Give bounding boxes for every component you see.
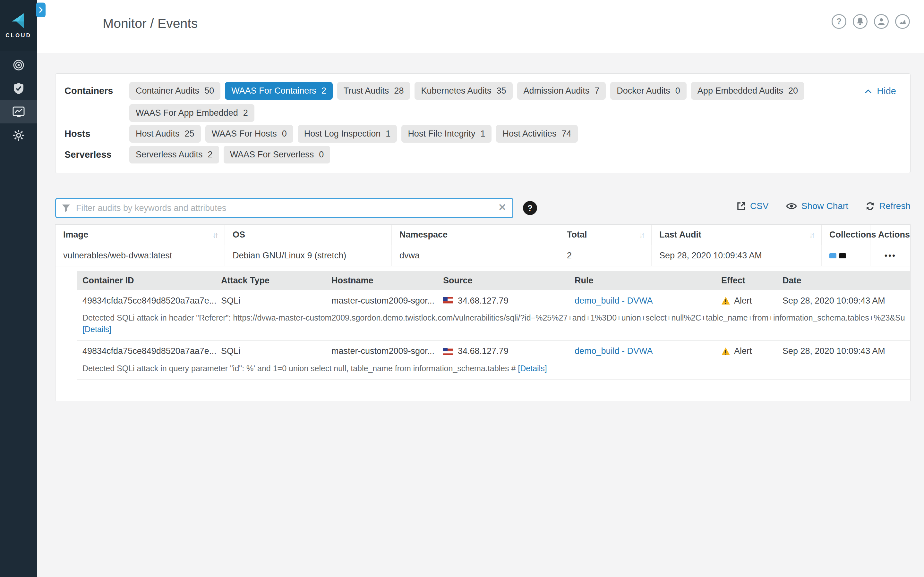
- chips-serverless: Serverless Audits2 WAAS For Serverless0: [129, 146, 330, 163]
- chip-host-activities[interactable]: Host Activities74: [496, 125, 577, 143]
- brand-logo[interactable]: CLOUD: [0, 0, 37, 51]
- sidebar-nav: [0, 51, 37, 147]
- help-button[interactable]: ?: [832, 14, 846, 29]
- event-details-link[interactable]: [Details]: [82, 325, 111, 334]
- alert-triangle-icon: [721, 347, 730, 356]
- event-attack-type: SQLi: [216, 346, 326, 356]
- toolbar-links: CSV Show Chart Refresh: [737, 201, 911, 211]
- topbar: Monitor / Events ?: [37, 0, 924, 53]
- group-label: Hosts: [65, 125, 129, 139]
- cell-image: vulnerables/web-dvwa:latest: [55, 245, 225, 266]
- prisma-cloud-logo-icon: [9, 13, 28, 29]
- sidebar-item-settings[interactable]: [0, 123, 37, 147]
- event-hostname: master-custom2009-sgor...: [326, 296, 438, 306]
- chip-admission-audits[interactable]: Admission Audits7: [517, 82, 606, 100]
- sort-icon[interactable]: ↓↑: [209, 230, 217, 239]
- audit-type-filters-panel: Hide Containers Container Audits50 WAAS …: [55, 73, 911, 173]
- subcolumn-attack-type: Attack Type: [216, 276, 326, 285]
- column-header-image[interactable]: Image↓↑: [55, 225, 225, 245]
- chip-host-audits[interactable]: Host Audits25: [129, 125, 201, 143]
- monitor-events-icon: [13, 106, 25, 117]
- column-header-collections: Collections: [822, 225, 871, 245]
- event-effect: Alert: [716, 296, 777, 306]
- event-container-id: 49834cfda75ce849d8520a7aa7e...: [78, 296, 216, 306]
- page-title: Monitor / Events: [103, 16, 198, 31]
- show-chart-button[interactable]: Show Chart: [786, 201, 848, 211]
- collection-chip-black: [839, 253, 846, 258]
- audit-table-row[interactable]: vulnerables/web-dvwa:latest Debian GNU/L…: [55, 245, 910, 266]
- csv-export-button[interactable]: CSV: [737, 201, 769, 211]
- event-attack-type: SQLi: [216, 296, 326, 306]
- subcolumn-hostname: Hostname: [326, 276, 438, 285]
- column-header-os[interactable]: OS: [225, 225, 392, 245]
- event-rule-link[interactable]: demo_build - DVWA: [575, 346, 653, 356]
- filter-funnel-icon: [61, 204, 71, 212]
- event-row[interactable]: 49834cfda75ce849d8520a7aa7e... SQLi mast…: [78, 290, 910, 311]
- subcolumn-rule: Rule: [569, 276, 716, 285]
- column-header-namespace[interactable]: Namespace: [392, 225, 559, 245]
- chip-container-audits[interactable]: Container Audits50: [129, 82, 220, 100]
- events-subtable-header: Container ID Attack Type Hostname Source…: [78, 271, 910, 290]
- chip-kubernetes-audits[interactable]: Kubernetes Audits35: [415, 82, 512, 100]
- column-header-actions: Actions: [871, 225, 910, 245]
- event-message: Detected SQLi attack in header "Referer"…: [78, 311, 910, 341]
- us-flag-icon: [443, 348, 453, 355]
- filter-group-containers: Containers Container Audits50 WAAS For C…: [65, 82, 897, 122]
- row-actions-menu-icon[interactable]: •••: [878, 251, 903, 261]
- filter-audits-input[interactable]: [55, 198, 513, 218]
- area-chart-icon: [899, 18, 906, 25]
- export-icon: [737, 201, 746, 211]
- refresh-icon: [866, 201, 875, 211]
- chips-hosts: Host Audits25 WAAS For Hosts0 Host Log I…: [129, 125, 578, 143]
- sort-icon[interactable]: ↓↑: [636, 230, 644, 239]
- group-label: Containers: [65, 82, 129, 96]
- event-source-ip: 34.68.127.79: [458, 346, 509, 356]
- chip-waas-for-serverless[interactable]: WAAS For Serverless0: [224, 146, 330, 163]
- radar-icon: [13, 59, 25, 71]
- chip-docker-audits[interactable]: Docker Audits0: [610, 82, 687, 100]
- chip-waas-for-containers[interactable]: WAAS For Containers2: [225, 82, 333, 100]
- clear-filter-icon[interactable]: ✕: [498, 201, 506, 213]
- chip-serverless-audits[interactable]: Serverless Audits2: [129, 146, 219, 163]
- events-subtable: Container ID Attack Type Hostname Source…: [78, 271, 910, 380]
- chip-trust-audits[interactable]: Trust Audits28: [337, 82, 410, 100]
- cell-actions: •••: [871, 245, 910, 266]
- cell-total: 2: [559, 245, 652, 266]
- system-stats-button[interactable]: [895, 14, 910, 29]
- event-details-link[interactable]: [Details]: [518, 364, 547, 373]
- event-source-ip: 34.68.127.79: [458, 296, 509, 306]
- event-row[interactable]: 49834cfda75ce849d8520a7aa7e... SQLi mast…: [78, 341, 910, 362]
- event-container-id: 49834cfda75ce849d8520a7aa7e...: [78, 346, 216, 356]
- event-hostname: master-custom2009-sgor...: [326, 346, 438, 356]
- chip-host-file-integrity[interactable]: Host File Integrity1: [401, 125, 491, 143]
- event-rule-link[interactable]: demo_build - DVWA: [575, 296, 653, 306]
- sidebar-item-radars[interactable]: [0, 53, 37, 77]
- column-header-total[interactable]: Total↓↑: [559, 225, 652, 245]
- sidebar-expand-button[interactable]: [36, 3, 45, 17]
- collection-chip-blue: [829, 253, 837, 258]
- user-icon: [877, 18, 885, 25]
- filter-help-badge[interactable]: ?: [523, 201, 537, 215]
- chip-waas-for-hosts[interactable]: WAAS For Hosts0: [205, 125, 293, 143]
- notifications-button[interactable]: [853, 14, 867, 29]
- sort-icon[interactable]: ↓↑: [806, 230, 814, 239]
- sidebar: CLOUD: [0, 0, 37, 577]
- event-date: Sep 28, 2020 10:09:43 AM: [777, 346, 910, 356]
- column-header-last-audit[interactable]: Last Audit↓↑: [652, 225, 822, 245]
- chip-waas-for-app-embedded[interactable]: WAAS For App Embedded2: [129, 104, 254, 122]
- chip-host-log-inspection[interactable]: Host Log Inspection1: [298, 125, 397, 143]
- sidebar-item-monitor[interactable]: [0, 100, 37, 123]
- chip-app-embedded-audits[interactable]: App Embedded Audits20: [691, 82, 804, 100]
- subcolumn-source: Source: [438, 276, 569, 285]
- chips-containers: Container Audits50 WAAS For Containers2 …: [129, 82, 838, 122]
- us-flag-icon: [443, 297, 453, 304]
- sidebar-item-defend[interactable]: [0, 77, 37, 100]
- user-menu-button[interactable]: [874, 14, 889, 29]
- refresh-button[interactable]: Refresh: [866, 201, 911, 211]
- chevron-right-icon: [39, 6, 43, 13]
- eye-icon: [786, 202, 797, 210]
- chevron-up-icon: [865, 89, 872, 93]
- event-message-text: Detected SQLi attack in header "Referer"…: [82, 312, 905, 324]
- event-source: 34.68.127.79: [438, 346, 569, 356]
- hide-filters-link[interactable]: Hide: [865, 86, 896, 97]
